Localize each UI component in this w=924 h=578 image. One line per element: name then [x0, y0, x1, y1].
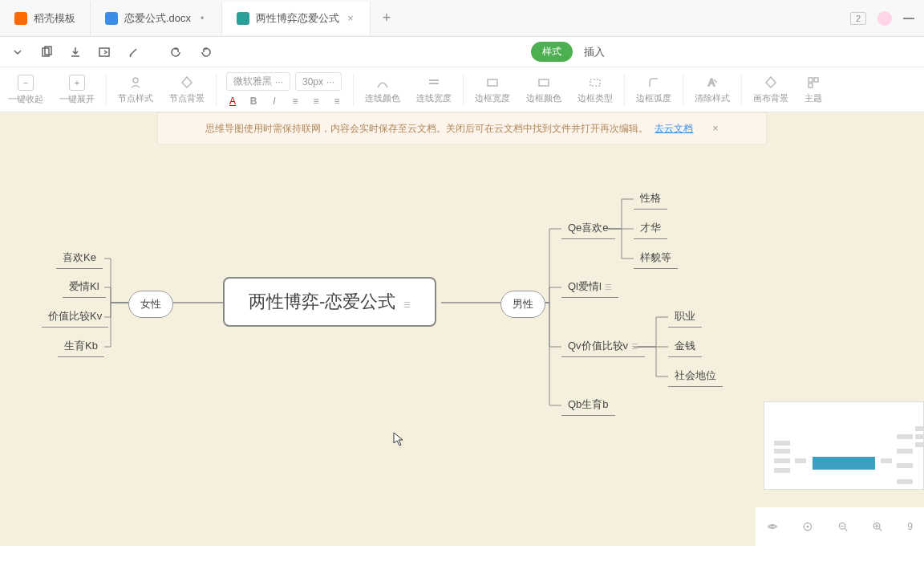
zoom-in-icon[interactable]: [872, 519, 883, 534]
leaf-node[interactable]: 喜欢Ke: [56, 247, 103, 269]
tab-template[interactable]: 稻壳模板: [0, 2, 91, 35]
branch-node[interactable]: Qv价值比较v☰: [561, 336, 645, 357]
minimap[interactable]: [764, 401, 924, 490]
tab-mindmap[interactable]: 两性博弈恋爱公式 ×: [222, 2, 371, 35]
zoom-controls: 9: [756, 507, 924, 546]
undo-icon[interactable]: [165, 41, 188, 63]
tool-label: 连线宽度: [416, 92, 452, 104]
line-color-button[interactable]: 连线颜色: [357, 71, 408, 109]
mindmap-canvas[interactable]: 思维导图使用时需保持联网，内容会实时保存至云文档。关闭后可在云文档中找到文件并打…: [0, 112, 924, 546]
leaf-node[interactable]: 爱情Kl: [63, 276, 106, 298]
tab-doc[interactable]: 恋爱公式.docx •: [91, 2, 222, 35]
target-icon[interactable]: [802, 519, 813, 534]
node-label: Qe喜欢e: [568, 222, 609, 234]
theme-button[interactable]: 主题: [796, 71, 830, 109]
avatar-icon[interactable]: [877, 11, 892, 26]
border-width-button[interactable]: 边框宽度: [467, 71, 518, 109]
expand-all-button[interactable]: + 一键展开: [51, 70, 103, 110]
collapse-all-button[interactable]: − 一键收起: [0, 70, 51, 110]
border-type-button[interactable]: 边框类型: [569, 71, 621, 109]
new-tab-button[interactable]: +: [371, 10, 403, 26]
node-label: 爱情Kl: [69, 280, 99, 292]
tab-label: 恋爱公式.docx: [124, 11, 191, 26]
node-label: Qb生育b: [568, 398, 609, 410]
tool-label: 边框宽度: [475, 92, 510, 104]
leaf-node[interactable]: 才华: [634, 218, 667, 239]
branch-male[interactable]: 男性: [500, 291, 545, 318]
leaf-node[interactable]: 金钱: [668, 336, 702, 357]
leaf-node[interactable]: 性格: [634, 188, 667, 210]
tab-label: 两性博弈恋爱公式: [256, 11, 339, 26]
font-color-button[interactable]: A: [226, 96, 239, 107]
leaf-node[interactable]: 职业: [668, 306, 702, 328]
close-icon[interactable]: ×: [346, 13, 355, 24]
border-color-button[interactable]: 边框颜色: [518, 71, 569, 109]
brush-icon[interactable]: [122, 41, 144, 63]
node-label: 职业: [675, 310, 695, 322]
align-right-button[interactable]: ≡: [330, 96, 343, 107]
svg-rect-5: [539, 79, 549, 86]
redo-icon[interactable]: [194, 41, 217, 63]
tool-label: 边框类型: [578, 92, 613, 104]
tool-label: 边框颜色: [526, 92, 561, 104]
font-size-select[interactable]: 30px···: [295, 72, 342, 91]
root-node[interactable]: 两性博弈-恋爱公式 ☰: [223, 277, 436, 327]
branch-node[interactable]: Qb生育b: [561, 394, 615, 416]
copy-icon[interactable]: [35, 41, 58, 63]
zoom-out-icon[interactable]: [837, 519, 849, 534]
canvas-bg-button[interactable]: 画布背景: [745, 71, 796, 109]
branch-node[interactable]: Ql爱情l☰: [561, 276, 618, 298]
bold-button[interactable]: B: [247, 96, 260, 107]
leaf-node[interactable]: 样貌等: [634, 247, 678, 269]
leaf-node[interactable]: 生育Kb: [58, 336, 104, 357]
node-bg-button[interactable]: 节点背景: [161, 71, 213, 109]
window-count-badge[interactable]: 2: [850, 12, 866, 25]
style-tab[interactable]: 样式: [531, 42, 573, 62]
insert-tab[interactable]: 插入: [579, 45, 610, 59]
dropdown-menu-button[interactable]: [6, 41, 29, 63]
node-label: 喜欢Ke: [63, 251, 96, 263]
svg-rect-8: [808, 78, 813, 82]
font-family-select[interactable]: 微软雅黑···: [226, 72, 290, 91]
tool-label: 主题: [804, 92, 822, 104]
italic-button[interactable]: I: [268, 96, 281, 107]
leaf-node[interactable]: 社会地位: [668, 365, 723, 387]
minimize-icon[interactable]: [903, 18, 914, 19]
note-icon: ☰: [605, 283, 612, 291]
node-style-button[interactable]: 节点样式: [110, 71, 161, 109]
svg-rect-10: [808, 83, 813, 88]
tab-icon: [14, 12, 27, 25]
leaf-node[interactable]: 价值比较Kv: [42, 306, 108, 328]
tool-label: 节点背景: [169, 92, 205, 104]
tool-label: 一键展开: [59, 93, 95, 105]
branch-node[interactable]: Qe喜欢e: [561, 218, 615, 239]
tab-icon: [105, 12, 118, 25]
download-icon[interactable]: [64, 41, 87, 63]
svg-point-3: [133, 78, 138, 83]
node-label: 样貌等: [640, 251, 671, 263]
svg-point-13: [771, 525, 773, 527]
tool-label: 连线颜色: [365, 92, 400, 104]
branch-female[interactable]: 女性: [128, 291, 173, 318]
svg-rect-6: [590, 79, 600, 86]
align-center-button[interactable]: ≡: [310, 96, 322, 107]
svg-point-15: [807, 526, 808, 527]
eye-icon[interactable]: [767, 519, 778, 534]
node-label: 男性: [513, 298, 533, 310]
node-label: 性格: [640, 192, 661, 204]
tool-label: 一键收起: [8, 93, 43, 105]
border-radius-button[interactable]: 边框弧度: [628, 71, 679, 109]
tab-label: 稻壳模板: [34, 11, 75, 26]
line-width-button[interactable]: 连线宽度: [408, 71, 460, 109]
zoom-value: 9: [907, 521, 913, 532]
align-left-button[interactable]: ≡: [289, 96, 302, 107]
cursor-icon: [393, 432, 404, 446]
export-icon[interactable]: [93, 41, 116, 63]
node-label: 生育Kb: [64, 340, 98, 352]
node-label: 女性: [140, 298, 161, 310]
node-label: Ql爱情l: [568, 280, 602, 292]
note-icon: ☰: [403, 300, 411, 309]
svg-rect-4: [488, 79, 497, 86]
clear-style-button[interactable]: A 清除样式: [687, 71, 738, 109]
tool-label: 节点样式: [118, 92, 153, 104]
